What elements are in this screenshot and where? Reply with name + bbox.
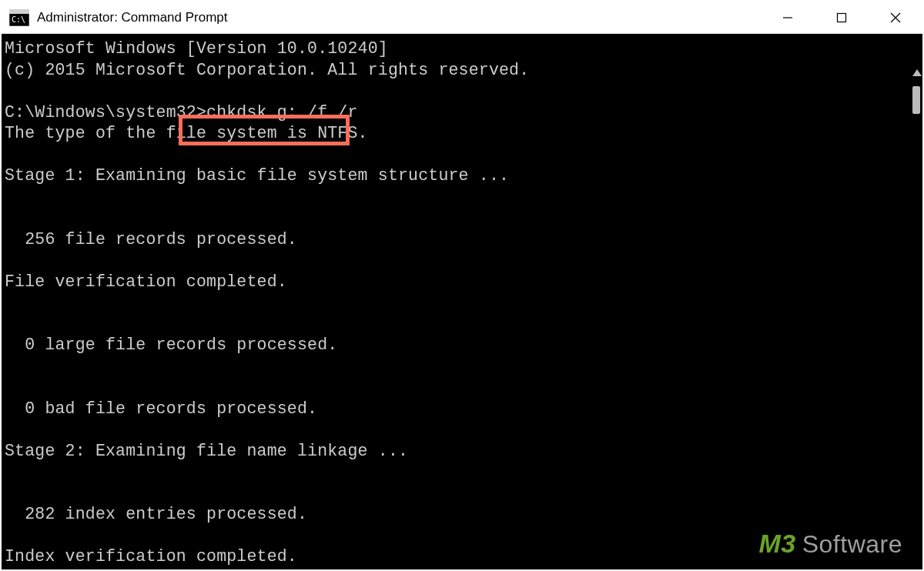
terminal-output: Microsoft Windows [Version 10.0.10240] (… bbox=[2, 34, 922, 568]
maximize-button[interactable] bbox=[815, 2, 869, 33]
svg-rect-4 bbox=[838, 13, 846, 22]
close-button[interactable] bbox=[869, 2, 922, 33]
scroll-up-arrow-icon[interactable] bbox=[912, 69, 922, 76]
svg-rect-1 bbox=[9, 9, 29, 14]
minimize-button[interactable] bbox=[761, 2, 815, 33]
svg-text:C:\: C:\ bbox=[12, 15, 25, 24]
terminal[interactable]: Microsoft Windows [Version 10.0.10240] (… bbox=[2, 34, 922, 569]
scrollbar[interactable] bbox=[912, 34, 922, 569]
cmd-icon: C:\ bbox=[9, 9, 29, 26]
window-controls bbox=[761, 2, 922, 33]
scroll-thumb[interactable] bbox=[912, 86, 920, 114]
titlebar[interactable]: C:\ Administrator: Command Prompt bbox=[2, 2, 922, 34]
cmd-window: C:\ Administrator: Command Prompt Micros… bbox=[2, 2, 922, 569]
window-title: Administrator: Command Prompt bbox=[37, 10, 761, 25]
